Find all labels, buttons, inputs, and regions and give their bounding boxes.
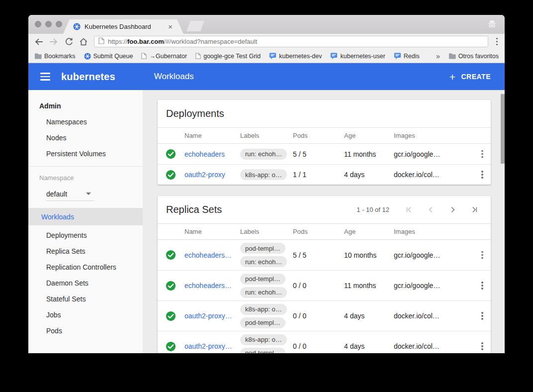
last-page-button[interactable]: [470, 205, 479, 214]
sidebar-item-admin[interactable]: Admin: [28, 98, 143, 114]
sidebar-item-persistent-volumes[interactable]: Persistent Volumes: [28, 146, 143, 162]
table-row: echoheaders… pod-templ… run: echoh… 0 / …: [158, 270, 491, 300]
resource-link[interactable]: echoheaders…: [184, 282, 240, 290]
bookmark-item[interactable]: Redis: [394, 52, 420, 60]
sidebar-item-workloads[interactable]: Workloads: [28, 208, 143, 225]
sidebar-item-replication-controllers[interactable]: Replication Controllers: [28, 259, 143, 275]
folder-icon: [34, 53, 42, 59]
previous-page-button[interactable]: [427, 205, 435, 214]
tab-title: Kubernetes Dashboard: [85, 23, 163, 30]
deployments-card: Deployments Name Labels Pods Age Images …: [158, 100, 491, 185]
bookmarks-overflow-chevrons[interactable]: »: [436, 52, 440, 60]
bookmark-item[interactable]: google-gce Test Grid: [195, 53, 261, 60]
namespace-label: Namespace: [28, 171, 143, 184]
sidebar-item-daemon-sets[interactable]: Daemon Sets: [28, 275, 143, 291]
status-ok-icon: [166, 281, 184, 291]
table-header: Name Labels Pods Age Images: [158, 224, 491, 240]
sidebar-item-deployments[interactable]: Deployments: [28, 227, 143, 243]
create-button[interactable]: + CREATE: [449, 72, 491, 82]
sidebar: Admin Namespaces Nodes Persistent Volume…: [28, 90, 143, 353]
label-chip: pod-templ…: [240, 348, 285, 354]
page-title: Workloads: [154, 72, 194, 82]
app-header: kubernetes Workloads + CREATE: [28, 63, 505, 90]
bookmark-item[interactable]: kubernetes-dev: [269, 52, 322, 60]
status-ok-icon: [166, 149, 184, 159]
resource-link[interactable]: oauth2-proxy…: [184, 342, 240, 350]
bookmark-item[interactable]: Submit Queue: [84, 53, 133, 60]
pods-cell: 1 / 1: [293, 171, 344, 179]
age-cell: 4 days: [344, 171, 394, 179]
age-cell: 10 months: [344, 251, 394, 259]
resource-link[interactable]: oauth2-proxy: [184, 171, 240, 179]
back-button[interactable]: [32, 35, 45, 48]
row-menu-button[interactable]: [480, 148, 485, 160]
row-menu-button[interactable]: [480, 340, 485, 352]
pods-cell: 0 / 0: [293, 282, 344, 290]
namespace-select[interactable]: default: [46, 187, 94, 201]
label-chip: pod-templ…: [240, 243, 285, 254]
images-cell: docker.io/col…: [394, 312, 468, 320]
sidebar-item-namespaces[interactable]: Namespaces: [28, 114, 143, 130]
url-text: https://foo.bar.com/#/workload?namespace…: [108, 38, 257, 45]
first-page-button[interactable]: [405, 205, 413, 214]
browser-window: Kubernetes Dashboard × https://foo.bar.c…: [28, 15, 505, 353]
pagination-range-label: 1 - 10 of 12: [356, 206, 389, 213]
kubernetes-logo[interactable]: kubernetes: [61, 71, 115, 83]
table-row: oauth2-proxy k8s-app: o… 1 / 1 4 days do…: [158, 164, 491, 185]
pods-cell: 0 / 0: [293, 312, 344, 320]
page-icon: [195, 53, 201, 59]
other-bookmarks-folder[interactable]: Otros favoritos: [448, 53, 499, 60]
chat-icon: [330, 52, 338, 60]
row-menu-button[interactable]: [480, 249, 485, 261]
home-button[interactable]: [77, 35, 90, 48]
pods-cell: 0 / 0: [293, 342, 344, 350]
hamburger-menu-icon[interactable]: [40, 73, 50, 81]
minimize-window-button[interactable]: [45, 21, 52, 27]
table-header: Name Labels Pods Age Images: [158, 128, 491, 144]
incognito-icon: [487, 19, 497, 30]
table-row: echoheaders… pod-templ… run: echoh… 5 / …: [158, 240, 491, 270]
url-path: /#/workload?namespace=default: [164, 38, 258, 45]
forward-button[interactable]: [47, 35, 60, 48]
resource-link[interactable]: echoheaders…: [184, 251, 240, 259]
bookmark-item[interactable]: kubernetes-user: [330, 52, 385, 60]
close-window-button[interactable]: [35, 21, 41, 27]
kubernetes-icon: [84, 53, 91, 60]
zoom-window-button[interactable]: [56, 21, 62, 27]
chevron-down-icon: [86, 193, 91, 195]
age-cell: 11 months: [344, 150, 394, 158]
age-cell: 11 months: [344, 282, 394, 290]
new-tab-button[interactable]: [186, 21, 204, 31]
next-page-button[interactable]: [448, 205, 457, 214]
sidebar-item-stateful-sets[interactable]: Stateful Sets: [28, 291, 143, 307]
browser-menu-button[interactable]: [493, 38, 501, 46]
traffic-lights: [35, 21, 62, 27]
vertical-scrollbar-thumb[interactable]: [501, 94, 505, 164]
bookmark-folder[interactable]: Bookmarks: [34, 53, 76, 60]
resource-link[interactable]: echoheaders: [184, 150, 240, 158]
sidebar-item-pods[interactable]: Pods: [28, 323, 143, 339]
replica-sets-card: Replica Sets 1 - 10 of 12 Name Labels Po…: [158, 196, 491, 353]
bookmark-item[interactable]: →Gubernator: [141, 53, 187, 60]
label-chip: pod-templ…: [240, 317, 285, 328]
status-ok-icon: [166, 311, 184, 321]
images-cell: gcr.io/google…: [394, 150, 468, 158]
app-content: Admin Namespaces Nodes Persistent Volume…: [28, 90, 505, 353]
row-menu-button[interactable]: [480, 169, 485, 181]
table-row: echoheaders run: echoh… 5 / 5 11 months …: [158, 144, 491, 164]
sidebar-divider: [28, 166, 143, 167]
address-bar[interactable]: https://foo.bar.com/#/workload?namespace…: [94, 36, 488, 47]
sidebar-item-nodes[interactable]: Nodes: [28, 130, 143, 146]
sidebar-item-jobs[interactable]: Jobs: [28, 307, 143, 323]
reload-button[interactable]: [62, 35, 75, 48]
main-panel: Deployments Name Labels Pods Age Images …: [143, 90, 505, 353]
resource-link[interactable]: oauth2-proxy…: [184, 312, 240, 320]
row-menu-button[interactable]: [480, 310, 485, 322]
row-menu-button[interactable]: [480, 280, 485, 292]
tab-strip: Kubernetes Dashboard ×: [28, 15, 505, 34]
sidebar-item-replica-sets[interactable]: Replica Sets: [28, 243, 143, 259]
tab-close-icon[interactable]: ×: [167, 23, 174, 30]
browser-tab[interactable]: Kubernetes Dashboard ×: [63, 19, 183, 34]
age-cell: 4 days: [344, 342, 394, 350]
images-cell: gcr.io/google…: [394, 282, 468, 290]
